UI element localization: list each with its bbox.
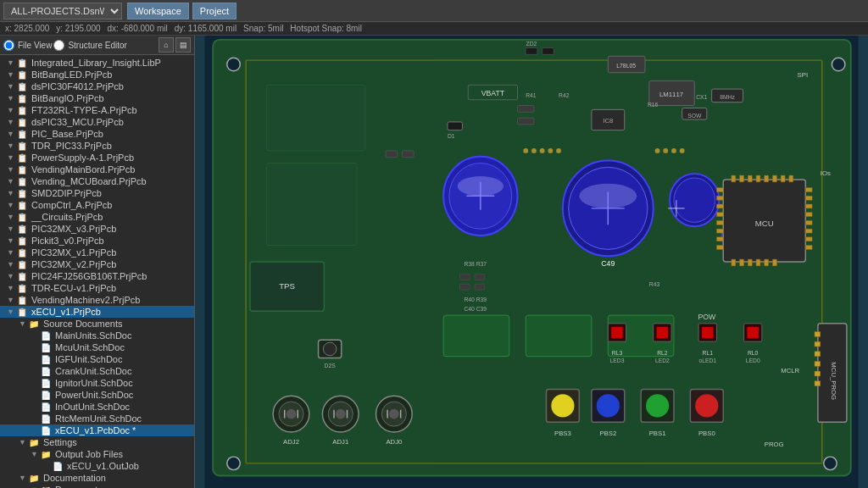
svg-text:D1: D1 <box>448 133 455 139</box>
tree-item-igfunit[interactable]: 📄IGFUnit.SchDoc <box>0 353 194 365</box>
tree-label-rtcmem: RtcMemUnit.SchDoc <box>55 413 142 424</box>
snap2: Hotspot Snap: 8mil <box>290 24 362 33</box>
svg-rect-63 <box>805 246 812 250</box>
tree-label-settings: Settings <box>43 437 77 447</box>
tree-item-inoutunit[interactable]: 📄InOutUnit.SchDoc <box>0 401 194 413</box>
project-tree: ▼📋Integrated_Library_Insight.LibP▼📋BitBa… <box>0 55 194 488</box>
tree-item-integrated[interactable]: ▼📋Integrated_Library_Insight.LibP <box>0 57 194 69</box>
project-selector[interactable]: ALL-PROJECTS.DsnWrk <box>3 3 122 19</box>
tree-item-compctrl[interactable]: ▼📋CompCtrl_A.PrjPcb <box>0 199 194 211</box>
tree-label-source_docs: Source Documents <box>43 319 123 329</box>
tree-item-xecupcb[interactable]: 📄xECU_v1.PcbDoc * <box>0 424 194 436</box>
coord-x: x: 2825.000 <box>5 24 49 33</box>
pcb-view[interactable]: C49 VBATT <box>195 36 868 488</box>
tree-item-xecu[interactable]: ▼📋xECU_v1.PrjPcb <box>0 306 194 318</box>
tree-item-pic32mx1[interactable]: ▼📋PIC32MX_v1.PrjPcb <box>0 247 194 258</box>
svg-text:LM1117: LM1117 <box>659 91 683 98</box>
tree-item-ignitorunit[interactable]: 📄IgnitorUnit.SchDoc <box>0 377 194 389</box>
tree-label-pic32mx2: PIC32MX_v2.PrjPcb <box>31 259 116 269</box>
tree-item-mcuunit[interactable]: 📄McuUnit.SchDoc <box>0 341 194 353</box>
svg-rect-34 <box>732 175 736 182</box>
tree-item-pic32mx3[interactable]: ▼📋PIC32MX_v3.PrjPcb <box>0 223 194 235</box>
tree-item-source_docs[interactable]: ▼📁Source Documents <box>0 318 194 330</box>
tree-label-tdrecu: TDR-ECU-v1.PrjPcb <box>31 283 116 293</box>
tree-item-pic24fj[interactable]: ▼📋PIC24FJ256GB106T.PrjPcb <box>0 270 194 282</box>
svg-rect-44 <box>748 259 752 266</box>
svg-rect-86 <box>747 327 759 339</box>
svg-text:LED3: LED3 <box>609 358 624 363</box>
svg-text:CX1: CX1 <box>696 94 707 100</box>
view-icon-btn[interactable]: ▤ <box>175 37 191 53</box>
svg-point-115 <box>389 409 399 419</box>
tree-label-dspic33: dsPIC33_MCU.PrjPcb <box>31 117 124 127</box>
tree-item-mainunits[interactable]: 📄MainUnits.SchDoc <box>0 330 194 341</box>
svg-rect-122 <box>403 151 415 158</box>
workspace-button[interactable]: Workspace <box>127 3 189 19</box>
tree-item-powersupply[interactable]: ▼📋PowerSupply-A-1.PrjPcb <box>0 152 194 164</box>
tree-label-inoutunit: InOutUnit.SchDoc <box>55 402 130 412</box>
project-button[interactable]: Project <box>192 3 236 19</box>
tree-item-circuits[interactable]: ▼📋__Circuits.PrjPcb <box>0 211 194 223</box>
tree-label-igfunit: IGFUnit.SchDoc <box>55 354 122 364</box>
svg-rect-48 <box>716 188 723 192</box>
svg-rect-56 <box>805 188 812 192</box>
tree-item-pickit3[interactable]: ▼📋Pickit3_v0.PrjPcb <box>0 235 194 247</box>
tree-item-crankunit[interactable]: 📄CrankUnit.SchDoc <box>0 365 194 377</box>
tree-item-vendingmachine[interactable]: ▼📋VendingMachinev2.PrjPcb <box>0 294 194 306</box>
svg-rect-53 <box>716 229 723 233</box>
tree-item-documentation[interactable]: ▼📁Documentation <box>0 472 194 484</box>
svg-text:ZD2: ZD2 <box>526 41 537 47</box>
svg-text:R40 R39: R40 R39 <box>464 297 487 302</box>
tree-label-compctrl: CompCtrl_A.PrjPcb <box>31 200 112 210</box>
tree-item-pic32mx2[interactable]: ▼📋PIC32MX_v2.PrjPcb <box>0 258 194 270</box>
tree-item-bitbangio[interactable]: ▼📋BitBangIO.PrjPcb <box>0 92 194 104</box>
tree-item-tdrpic33[interactable]: ▼📋TDR_PIC33.PrjPcb <box>0 140 194 152</box>
svg-text:PBS0: PBS0 <box>698 430 715 437</box>
structure-editor-radio[interactable]: Structure Editor <box>53 40 126 51</box>
sidebar-toolbar: File View Structure Editor ⌂ ▤ <box>0 36 194 55</box>
svg-text:ADJ1: ADJ1 <box>332 438 348 446</box>
tree-item-xecuoutjob[interactable]: 📄xECU_v1.OutJob <box>0 460 194 472</box>
svg-text:PBS1: PBS1 <box>649 430 666 437</box>
tree-item-rtcmem[interactable]: 📄RtcMemUnit.SchDoc <box>0 413 194 424</box>
tree-item-vending[interactable]: ▼📋VendingMainBord.PrjPcb <box>0 164 194 175</box>
tree-item-vendingmcu[interactable]: ▼📋Vending_MCUBoard.PrjPcb <box>0 175 194 187</box>
tree-item-picbase[interactable]: ▼📋PIC_Base.PrjPcb <box>0 128 194 140</box>
svg-text:IOs: IOs <box>821 169 831 177</box>
tree-label-mcuunit: McuUnit.SchDoc <box>55 342 125 352</box>
tree-item-settings[interactable]: ▼📁Settings <box>0 436 194 448</box>
tree-item-bitbang[interactable]: ▼📋BitBangLED.PrjPcb <box>0 69 194 80</box>
tree-item-tdrecu[interactable]: ▼📋TDR-ECU-v1.PrjPcb <box>0 282 194 294</box>
svg-point-148 <box>540 148 545 153</box>
svg-rect-60 <box>805 220 812 225</box>
tree-item-documents[interactable]: ▼📁Documents <box>0 484 194 488</box>
svg-rect-121 <box>386 151 398 158</box>
svg-rect-132 <box>475 274 485 280</box>
tree-label-dspic30: dsPIC30F4012.PrjPcb <box>31 81 124 92</box>
tree-label-crankunit: CrankUnit.SchDoc <box>55 366 131 376</box>
svg-point-149 <box>548 148 553 153</box>
tree-item-ft232[interactable]: ▼📋FT232RL-TYPE-A.PrjPcb <box>0 104 194 116</box>
tree-item-outputjob[interactable]: ▼📁Output Job Files <box>0 448 194 460</box>
svg-text:R42: R42 <box>559 92 570 98</box>
tree-label-pickit3: Pickit3_v0.PrjPcb <box>31 236 104 246</box>
tree-item-powerunit[interactable]: 📄PowerUnit.SchDoc <box>0 389 194 401</box>
home-icon-btn[interactable]: ⌂ <box>159 37 174 53</box>
svg-rect-168 <box>542 48 554 55</box>
tree-label-xecu: xECU_v1.PrjPcb <box>31 307 101 317</box>
svg-point-6 <box>227 58 241 71</box>
svg-text:PBS3: PBS3 <box>554 430 571 437</box>
file-view-radio[interactable]: File View <box>3 40 52 51</box>
svg-text:LED2: LED2 <box>655 358 670 363</box>
svg-rect-57 <box>805 196 812 200</box>
coord-y: y: 2195.000 <box>56 24 100 33</box>
svg-rect-46 <box>765 259 769 266</box>
tree-item-dspic33[interactable]: ▼📋dsPIC33_MCU.PrjPcb <box>0 116 194 128</box>
svg-rect-82 <box>702 327 714 339</box>
tree-item-dspic30[interactable]: ▼📋dsPIC30F4012.PrjPcb <box>0 80 194 92</box>
svg-rect-36 <box>748 175 752 182</box>
tree-label-picbase: PIC_Base.PrjPcb <box>31 129 103 139</box>
tree-item-smd2dip[interactable]: ▼📋SMD2DIP.PrjPcb <box>0 187 194 199</box>
top-bar: ALL-PROJECTS.DsnWrk Workspace Project <box>0 0 868 22</box>
sidebar: File View Structure Editor ⌂ ▤ ▼📋Integra… <box>0 36 195 488</box>
